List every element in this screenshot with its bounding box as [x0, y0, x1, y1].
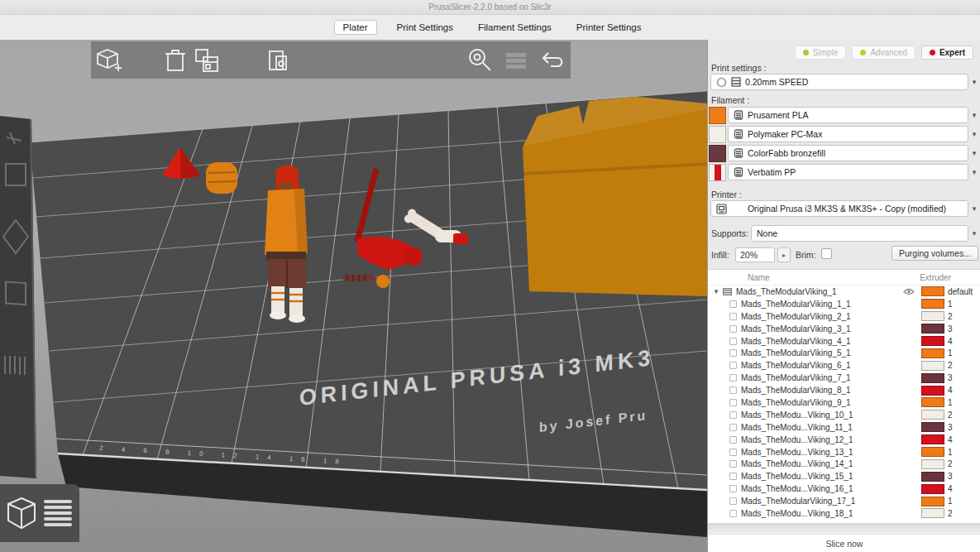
- object-part-row[interactable]: Mads_TheModularViking_17_1 1: [708, 495, 980, 507]
- print-settings-combo[interactable]: 0.20mm SPEED: [710, 74, 968, 90]
- object-part-row[interactable]: Mads_TheModularViking_2_1 2: [708, 310, 980, 323]
- part-cube-icon: [729, 338, 737, 345]
- filament-combo[interactable]: Verbatim PP: [728, 164, 968, 180]
- filament-combo[interactable]: Prusament PLA: [728, 107, 968, 123]
- extruder-color-swatch[interactable]: [921, 373, 944, 383]
- gizmo-toolbar[interactable]: [0, 116, 36, 478]
- 3d-viewport[interactable]: 2 4 6 8 10 12 14 16 18 ORIGINAL PRUSA i3…: [0, 40, 707, 552]
- extruder-color-swatch[interactable]: [921, 410, 944, 420]
- extruder-column-header: Extruder: [920, 273, 951, 282]
- chevron-down-icon[interactable]: ▾: [968, 126, 980, 142]
- filament-color-swatch[interactable]: [709, 145, 726, 162]
- view-toggle-toolbar: [0, 484, 79, 542]
- chevron-down-icon[interactable]: ▾: [968, 164, 980, 180]
- collapse-arrow-icon[interactable]: ▾: [711, 287, 721, 295]
- purging-volumes-button[interactable]: Purging volumes...: [892, 246, 978, 261]
- extruder-color-swatch[interactable]: [921, 299, 944, 309]
- object-part-row[interactable]: Mads_TheModularViking_6_1 2: [708, 359, 980, 372]
- infill-value-box[interactable]: 20%: [735, 247, 775, 262]
- tab[interactable]: Plater: [334, 20, 377, 35]
- part-cube-icon: [729, 386, 737, 394]
- extruder-color-swatch[interactable]: [921, 361, 944, 371]
- object-part-row[interactable]: Mads_TheModularViking_1_1 1: [708, 298, 980, 310]
- filament-color-swatch[interactable]: [709, 107, 726, 124]
- filament-combo[interactable]: Polymaker PC-Max: [728, 126, 968, 142]
- object-part-row[interactable]: Mads_TheModu...Viking_10_1 2: [708, 409, 980, 421]
- object-part-row[interactable]: Mads_TheModularViking_3_1 3: [708, 323, 980, 335]
- object-part-row[interactable]: Mads_TheModu...Viking_15_1 3: [708, 470, 980, 482]
- extruder-color-swatch[interactable]: [921, 497, 944, 506]
- object-part-row[interactable]: Mads_TheModu...Viking_13_1 1: [708, 446, 980, 458]
- brim-checkbox[interactable]: [821, 248, 832, 259]
- filament-color-swatch[interactable]: [709, 126, 726, 143]
- object-part-row[interactable]: Mads_TheModu...Viking_16_1 4: [708, 482, 980, 495]
- object-part-row[interactable]: Mads_TheModu...Viking_18_1 2: [708, 507, 980, 520]
- chevron-down-icon[interactable]: ▾: [968, 225, 980, 242]
- tab[interactable]: Print Settings: [392, 21, 458, 34]
- model-large-box[interactable]: [523, 97, 707, 296]
- object-part-row[interactable]: Mads_TheModularViking_8_1 4: [708, 384, 980, 396]
- spool-icon: [735, 149, 743, 157]
- filament-combo[interactable]: ColorFabb bronzefill: [728, 145, 968, 161]
- extruder-color-swatch[interactable]: [921, 286, 944, 296]
- slice-now-button[interactable]: Slice now: [708, 534, 980, 552]
- object-part-row[interactable]: Mads_TheModu...Viking_14_1 2: [708, 458, 980, 470]
- chevron-down-icon[interactable]: ▾: [968, 145, 980, 161]
- extruder-color-swatch[interactable]: [921, 447, 944, 457]
- object-root-row[interactable]: ▾ Mads_TheModularViking_1 default: [708, 286, 980, 298]
- object-list: Name Extruder ▾ Mads_TheModularViking_1 …: [708, 269, 980, 523]
- mode-button[interactable]: Simple: [795, 46, 847, 60]
- arrange-icon: [196, 50, 218, 71]
- infill-stepper[interactable]: ▸: [777, 247, 791, 262]
- layer-height-button[interactable]: [498, 46, 534, 75]
- search-icon: [470, 50, 490, 70]
- extruder-color-swatch[interactable]: [921, 484, 944, 494]
- extruder-color-swatch[interactable]: [921, 311, 944, 321]
- printer-combo[interactable]: Original Prusa i3 MK3S & MK3S+ - Copy (m…: [710, 200, 968, 217]
- extruder-color-swatch[interactable]: [921, 336, 944, 346]
- object-part-row[interactable]: Mads_TheModu...Viking_11_1 3: [708, 421, 980, 434]
- chevron-down-icon[interactable]: ▾: [968, 200, 980, 217]
- extruder-color-swatch[interactable]: [921, 348, 944, 358]
- mode-button[interactable]: Expert: [921, 46, 973, 60]
- object-part-row[interactable]: Mads_TheModularViking_5_1 1: [708, 347, 980, 359]
- tab[interactable]: Filament Settings: [473, 21, 557, 34]
- undo-button[interactable]: [534, 46, 571, 75]
- part-cube-icon: [729, 399, 737, 406]
- part-cube-icon: [729, 411, 737, 419]
- filament-color-swatch[interactable]: [709, 164, 726, 181]
- extruder-color-swatch[interactable]: [921, 472, 944, 482]
- object-part-row[interactable]: Mads_TheModularViking_9_1 1: [708, 396, 980, 409]
- printer-value: Original Prusa i3 MK3S & MK3S+ - Copy (m…: [748, 204, 946, 214]
- extruder-color-swatch[interactable]: [921, 459, 944, 469]
- filament-row: ColorFabb bronzefill ▾: [708, 145, 980, 164]
- filament-row: Polymaker PC-Max ▾: [708, 126, 980, 145]
- model-shield[interactable]: [206, 162, 237, 194]
- search-button[interactable]: [461, 46, 498, 75]
- visibility-eye-icon[interactable]: [903, 288, 915, 295]
- extruder-color-swatch[interactable]: [921, 397, 944, 407]
- chevron-down-icon[interactable]: ▾: [968, 107, 980, 123]
- extruder-color-swatch[interactable]: [921, 324, 944, 334]
- extruder-color-swatch[interactable]: [921, 508, 944, 518]
- extruder-color-swatch[interactable]: [921, 422, 944, 432]
- part-cube-icon: [729, 449, 737, 456]
- object-part-row[interactable]: Mads_TheModularViking_4_1 4: [708, 335, 980, 348]
- model-ball[interactable]: [376, 275, 390, 288]
- paste-button[interactable]: [260, 46, 296, 75]
- object-part-row[interactable]: Mads_TheModularViking_7_1 3: [708, 372, 980, 384]
- editor-view-button[interactable]: [5, 495, 38, 531]
- object-part-row[interactable]: Mads_TheModu...Viking_12_1 4: [708, 434, 980, 446]
- tab[interactable]: Printer Settings: [571, 21, 647, 34]
- tab-bar: Plater Print Settings Filament Settings …: [0, 15, 980, 40]
- mode-button[interactable]: Advanced: [852, 46, 915, 60]
- extruder-color-swatch[interactable]: [921, 386, 944, 396]
- infill-label: Infill:: [711, 250, 729, 260]
- add-object-button[interactable]: [91, 46, 127, 75]
- chevron-down-icon[interactable]: ▾: [968, 74, 980, 90]
- extruder-color-swatch[interactable]: [921, 434, 944, 444]
- part-cube-icon: [729, 436, 737, 444]
- preview-view-button[interactable]: [41, 495, 75, 531]
- delete-all-button[interactable]: [189, 46, 225, 75]
- supports-combo[interactable]: None: [751, 225, 968, 242]
